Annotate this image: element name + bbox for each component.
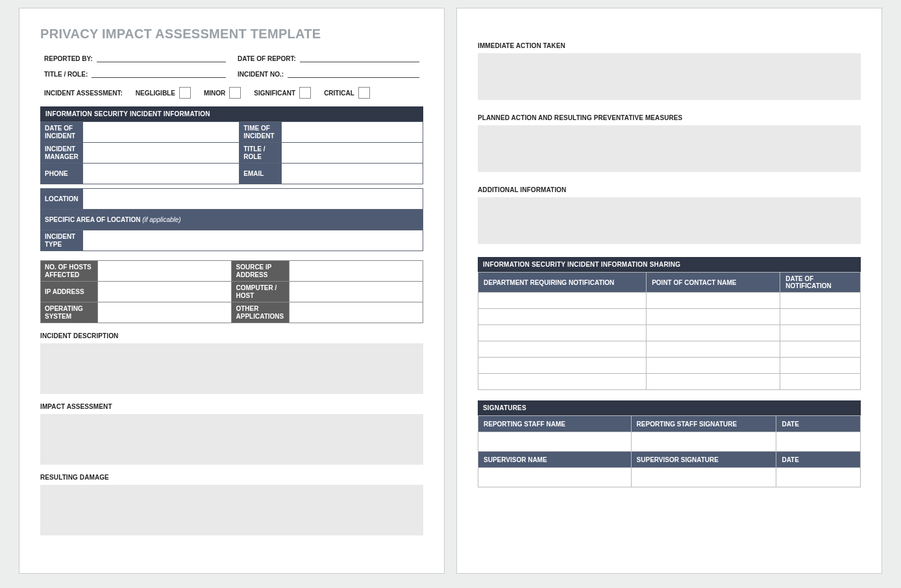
planned-action-input[interactable] (478, 125, 861, 172)
title-role2-input[interactable] (282, 143, 423, 164)
incident-no-input[interactable] (288, 69, 419, 78)
minor-checkbox[interactable] (229, 87, 241, 99)
table-row (478, 341, 861, 358)
reporting-sig-label: REPORTING STAFF SIGNATURE (631, 416, 776, 432)
document-spread: PRIVACY IMPACT ASSESSMENT TEMPLATE REPOR… (8, 8, 893, 574)
time-of-incident-label: TIME OF INCIDENT (240, 122, 282, 143)
supervisor-sig-input[interactable] (631, 468, 776, 487)
reporting-date-label: DATE (776, 416, 861, 432)
significant-checkbox[interactable] (299, 87, 311, 99)
page-1: PRIVACY IMPACT ASSESSMENT TEMPLATE REPOR… (19, 8, 445, 574)
incident-type-label: INCIDENT TYPE (41, 230, 83, 251)
planned-action-label: PLANNED ACTION AND RESULTING PREVENTATIV… (478, 114, 861, 121)
computer-host-label: COMPUTER / HOST (232, 282, 289, 302)
table-row (478, 293, 861, 309)
document-title: PRIVACY IMPACT ASSESSMENT TEMPLATE (40, 27, 423, 42)
negligible-checkbox[interactable] (179, 87, 191, 99)
supervisor-sig-label: SUPERVISOR SIGNATURE (631, 452, 776, 468)
assessment-label: INCIDENT ASSESSMENT: (44, 90, 123, 97)
email-input[interactable] (282, 164, 423, 184)
incident-description-input[interactable] (40, 343, 423, 394)
immediate-action-label: IMMEDIATE ACTION TAKEN (478, 42, 861, 49)
supervisor-date-label: DATE (776, 452, 861, 468)
sharing-col-dept: DEPARTMENT REQUIRING NOTIFICATION (478, 273, 647, 293)
email-label: EMAIL (240, 164, 282, 184)
source-ip-label: SOURCE IP ADDRESS (232, 261, 289, 282)
reporting-sig-input[interactable] (631, 432, 776, 452)
no-hosts-input[interactable] (98, 261, 232, 282)
table-row (478, 309, 861, 325)
computer-host-input[interactable] (289, 282, 423, 302)
incident-no-label: INCIDENT NO.: (238, 71, 284, 78)
sharing-section-header: INFORMATION SECURITY INCIDENT INFORMATIO… (478, 257, 861, 272)
reporting-date-input[interactable] (776, 432, 861, 452)
time-of-incident-input[interactable] (282, 122, 423, 143)
reported-by-label: REPORTED BY: (44, 55, 93, 62)
incident-manager-input[interactable] (82, 143, 239, 164)
critical-label: CRITICAL (324, 90, 354, 97)
location-label: LOCATION (41, 189, 83, 210)
date-of-incident-label: DATE OF INCIDENT (41, 122, 83, 143)
minor-label: MINOR (204, 90, 225, 97)
incident-assessment-row: INCIDENT ASSESSMENT: NEGLIGIBLE MINOR SI… (40, 84, 423, 106)
table-row (478, 358, 861, 374)
incident-description-label: INCIDENT DESCRIPTION (40, 332, 423, 339)
reporting-name-input[interactable] (478, 432, 632, 452)
incident-info-table: DATE OF INCIDENT TIME OF INCIDENT INCIDE… (40, 121, 423, 184)
ip-address-input[interactable] (98, 282, 232, 302)
report-header-fields: REPORTED BY: DATE OF REPORT: TITLE / ROL… (44, 53, 419, 78)
significant-label: SIGNIFICANT (254, 90, 295, 97)
supervisor-name-label: SUPERVISOR NAME (478, 452, 632, 468)
info-section-header: INFORMATION SECURITY INCIDENT INFORMATIO… (40, 106, 423, 121)
title-role-input[interactable] (92, 69, 226, 78)
table-row (478, 374, 861, 390)
resulting-damage-input[interactable] (40, 485, 423, 535)
supervisor-date-input[interactable] (776, 468, 861, 487)
location-input[interactable] (82, 189, 423, 210)
sharing-col-poc: POINT OF CONTACT NAME (647, 273, 780, 293)
supervisor-name-input[interactable] (478, 468, 632, 487)
reporting-name-label: REPORTING STAFF NAME (478, 416, 632, 432)
hosts-table: NO. OF HOSTS AFFECTED SOURCE IP ADDRESS … (40, 260, 423, 323)
title-role-label: TITLE / ROLE: (44, 71, 88, 78)
no-hosts-label: NO. OF HOSTS AFFECTED (41, 261, 98, 282)
source-ip-input[interactable] (289, 261, 423, 282)
negligible-label: NEGLIGIBLE (136, 90, 175, 97)
sharing-col-date: DATE OF NOTIFICATION (780, 273, 861, 293)
signatures-section-header: SIGNATURES (478, 400, 861, 415)
resulting-damage-label: RESULTING DAMAGE (40, 474, 423, 481)
page-2: IMMEDIATE ACTION TAKEN PLANNED ACTION AN… (456, 8, 882, 574)
other-apps-input[interactable] (289, 302, 423, 323)
phone-input[interactable] (82, 164, 239, 184)
os-label: OPERATING SYSTEM (41, 302, 98, 323)
location-table: LOCATION SPECIFIC AREA OF LOCATION (if a… (40, 188, 423, 251)
title-role2-label: TITLE / ROLE (240, 143, 282, 164)
critical-checkbox[interactable] (358, 87, 370, 99)
date-of-report-label: DATE OF REPORT: (238, 55, 296, 62)
date-of-incident-input[interactable] (82, 122, 239, 143)
additional-info-label: ADDITIONAL INFORMATION (478, 186, 861, 193)
impact-assessment-label: IMPACT ASSESSMENT (40, 403, 423, 410)
impact-assessment-input[interactable] (40, 414, 423, 465)
specific-area-label: SPECIFIC AREA OF LOCATION (if applicable… (41, 210, 423, 230)
table-row (478, 325, 861, 341)
phone-label: PHONE (41, 164, 83, 184)
incident-manager-label: INCIDENT MANAGER (41, 143, 83, 164)
signatures-table: REPORTING STAFF NAME REPORTING STAFF SIG… (478, 415, 861, 487)
incident-type-input[interactable] (82, 230, 423, 251)
other-apps-label: OTHER APPLICATIONS (232, 302, 289, 323)
reported-by-input[interactable] (97, 53, 226, 62)
sharing-table: DEPARTMENT REQUIRING NOTIFICATION POINT … (478, 272, 861, 390)
os-input[interactable] (98, 302, 232, 323)
immediate-action-input[interactable] (478, 53, 861, 100)
ip-address-label: IP ADDRESS (41, 282, 98, 302)
additional-info-input[interactable] (478, 197, 861, 244)
date-of-report-input[interactable] (300, 53, 419, 62)
